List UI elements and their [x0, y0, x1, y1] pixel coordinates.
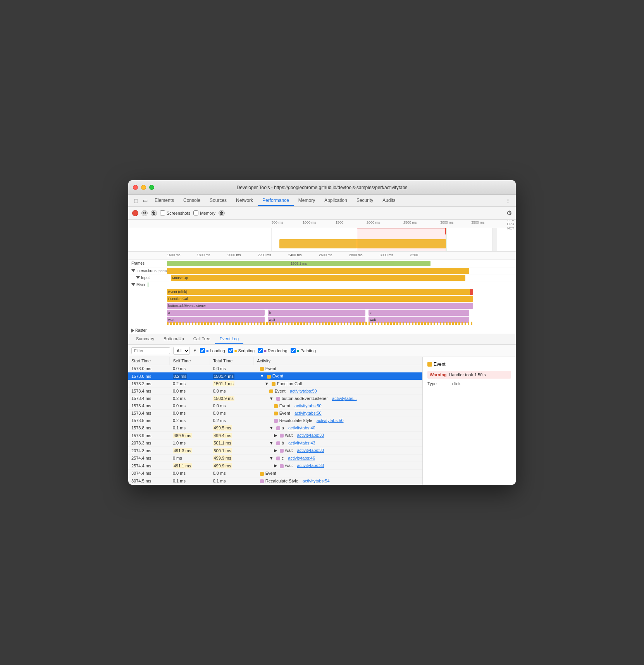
mouse-up-block[interactable]: Mouse Up: [171, 275, 465, 281]
minimize-button[interactable]: [141, 185, 146, 190]
tab-console[interactable]: Console: [179, 196, 205, 206]
painting-checkbox[interactable]: [291, 348, 296, 353]
record-button[interactable]: [132, 210, 138, 216]
table-row[interactable]: 2074.3 ms 491.3 ms 500.1 ms ▶ wait activ…: [128, 447, 422, 455]
ruler-tick-3000: 3000 ms: [440, 221, 454, 224]
activity-link[interactable]: activitytabs:33: [297, 433, 324, 438]
table-row[interactable]: 1573.4 ms 0.0 ms 0.0 ms Event activityta…: [128, 409, 422, 417]
table-row[interactable]: 1573.2 ms 0.2 ms 1501.1 ms ▼ Function Ca…: [128, 380, 422, 387]
memory-checkbox-label[interactable]: Memory: [193, 210, 215, 215]
frames-label: Frames: [128, 261, 167, 265]
cell-activity: Recalculate Style activitytabs:54: [254, 477, 422, 484]
table-row[interactable]: 2073.3 ms 1.0 ms 501.1 ms ▼ b activityta…: [128, 439, 422, 447]
cell-start: 3074.5 ms: [128, 477, 170, 484]
raster-expand-icon[interactable]: [131, 329, 134, 332]
more-tabs-icon[interactable]: ⋮: [503, 196, 513, 205]
loading-checkbox[interactable]: [200, 348, 205, 353]
interactions-block[interactable]: [167, 268, 469, 274]
table-row[interactable]: 1573.9 ms 489.5 ms 499.4 ms ▶ wait activ…: [128, 432, 422, 439]
detail-tick-3000: 3000 ms: [380, 253, 393, 257]
main-green-line: [148, 283, 148, 287]
activity-link[interactable]: activitytabs:46: [288, 456, 315, 460]
loading-filter[interactable]: ■ Loading: [200, 348, 225, 353]
filter-bar: All ▼ ■ Loading ■ Scripting ■ Rendering …: [128, 345, 516, 357]
tab-summary[interactable]: Summary: [131, 334, 159, 344]
interactions-row: Interactions :ponse: [128, 267, 516, 274]
memory-checkbox[interactable]: [193, 210, 198, 215]
rendering-filter[interactable]: ■ Rendering: [258, 348, 287, 353]
activity-link[interactable]: activitytabs:33: [297, 448, 324, 453]
tab-call-tree[interactable]: Call Tree: [189, 334, 215, 344]
col-activity[interactable]: Activity: [254, 357, 422, 365]
event-click-block[interactable]: Event (click): [167, 289, 473, 295]
screenshots-checkbox[interactable]: [160, 210, 165, 215]
table-row[interactable]: 3074.4 ms 0.0 ms 0.0 ms Event: [128, 470, 422, 477]
activity-link[interactable]: activitytabs:50: [294, 411, 322, 415]
btn-add-event-block[interactable]: button.addEventListener: [167, 303, 473, 309]
table-row[interactable]: 1573.4 ms 0.0 ms 0.0 ms Event activityta…: [128, 402, 422, 409]
activity-link[interactable]: activitytabs:54: [303, 479, 330, 483]
tab-security[interactable]: Security: [352, 196, 378, 206]
activity-link[interactable]: activitytabs...: [332, 396, 357, 401]
tab-audits[interactable]: Audits: [378, 196, 400, 206]
tab-event-log[interactable]: Event Log: [215, 334, 244, 344]
table-row[interactable]: 3074.5 ms 0.1 ms 0.1 ms Recalculate Styl…: [128, 477, 422, 484]
table-row[interactable]: 1573.4 ms 0.2 ms 1500.9 ms ▼ button.addE…: [128, 395, 422, 402]
activity-link[interactable]: activitytabs:50: [294, 403, 322, 408]
activity-link[interactable]: activitytabs:43: [288, 441, 315, 445]
table-row[interactable]: 1573.8 ms 0.1 ms 499.5 ms ▼ a activityta…: [128, 424, 422, 432]
tab-network[interactable]: Network: [231, 196, 258, 206]
activity-icon: [280, 464, 284, 468]
activity-link[interactable]: activitytabs:50: [290, 389, 317, 393]
cell-start: 2574.4 ms: [128, 462, 170, 470]
device-icon[interactable]: ▭: [141, 196, 150, 205]
col-start-time[interactable]: Start Time: [128, 357, 170, 365]
dropdown-arrow: ▼: [193, 348, 197, 353]
col-total-time[interactable]: Total Time: [210, 357, 254, 365]
screenshots-label: Screenshots: [167, 211, 190, 215]
c-block[interactable]: c: [368, 310, 469, 316]
refresh-button[interactable]: ↺: [141, 210, 148, 216]
tab-memory[interactable]: Memory: [294, 196, 320, 206]
tab-performance[interactable]: Performance: [258, 196, 294, 206]
rendering-checkbox[interactable]: [258, 348, 263, 353]
b-block[interactable]: b: [268, 310, 365, 316]
table-row[interactable]: 1573.0 ms 0.2 ms 1501.4 ms ▼ Event: [128, 372, 422, 380]
cursor-icon[interactable]: ⬚: [131, 196, 141, 205]
scripting-checkbox[interactable]: [228, 348, 233, 353]
loading-dot: ■: [206, 348, 209, 353]
screenshots-checkbox-label[interactable]: Screenshots: [160, 210, 190, 215]
settings-icon[interactable]: ⚙: [506, 209, 512, 217]
tab-bottom-up[interactable]: Bottom-Up: [159, 334, 189, 344]
cell-start: 2074.3 ms: [128, 447, 170, 455]
table-row[interactable]: 2574.4 ms 0 ms 499.9 ms ▼ c activitytabs…: [128, 455, 422, 462]
raster-label: Raster: [128, 328, 167, 332]
tab-application[interactable]: Application: [320, 196, 352, 206]
activity-icon: [267, 375, 271, 379]
input-track: Mouse Up: [167, 274, 516, 281]
clear-button[interactable]: 🗑: [151, 210, 157, 216]
main-expand-icon[interactable]: [131, 283, 135, 286]
tab-sources[interactable]: Sources: [205, 196, 231, 206]
table-row[interactable]: 1573.4 ms 0.0 ms 0.0 ms Event activityta…: [128, 387, 422, 395]
filter-input[interactable]: [131, 347, 170, 354]
input-expand-icon[interactable]: [136, 276, 140, 279]
filter-select[interactable]: All: [173, 347, 190, 355]
scripting-filter[interactable]: ■ Scripting: [228, 348, 255, 353]
painting-filter[interactable]: ■ Painting: [291, 348, 316, 353]
close-button[interactable]: [133, 185, 138, 190]
table-row[interactable]: 1573.0 ms 0.0 ms 0.0 ms Event: [128, 365, 422, 372]
trash-icon[interactable]: 🗑: [219, 210, 225, 216]
a-block[interactable]: a: [167, 310, 265, 316]
col-self-time[interactable]: Self Time: [170, 357, 210, 365]
maximize-button[interactable]: [149, 185, 154, 190]
tab-elements[interactable]: Elements: [150, 196, 179, 206]
activity-link[interactable]: activitytabs:33: [297, 463, 324, 468]
interactions-expand-icon[interactable]: [131, 269, 135, 272]
activity-link[interactable]: activitytabs:50: [317, 418, 344, 423]
activity-link[interactable]: activitytabs:40: [288, 426, 315, 430]
table-row[interactable]: 1573.5 ms 0.2 ms 0.2 ms Recalculate Styl…: [128, 417, 422, 424]
function-call-block[interactable]: Function Call: [167, 296, 473, 302]
cell-start: 2073.3 ms: [128, 439, 170, 447]
table-row[interactable]: 2574.4 ms 491.1 ms 499.9 ms ▶ wait activ…: [128, 462, 422, 470]
